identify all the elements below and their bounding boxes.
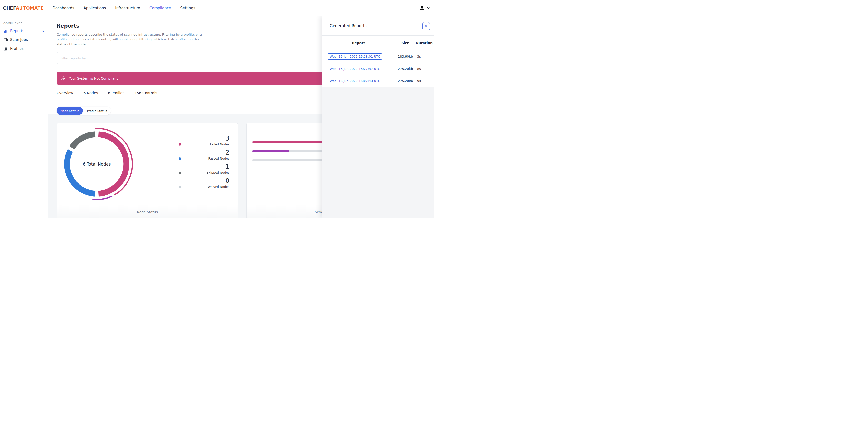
radar-icon	[3, 37, 8, 42]
tab-profiles[interactable]: 6 Profiles	[108, 91, 124, 98]
table-header-row: Report Size Duration	[322, 36, 434, 50]
nav-item-compliance[interactable]: Compliance	[150, 6, 171, 10]
report-size: 275.20kb	[395, 67, 416, 70]
skipped-count: 1	[178, 164, 229, 170]
warning-icon	[61, 76, 66, 80]
sidebar-item-label: Reports	[10, 29, 24, 33]
column-duration: Duration	[416, 41, 434, 45]
page-title: Reports	[57, 23, 327, 29]
nav-item-infrastructure[interactable]: Infrastructure	[115, 6, 140, 10]
panel-header: Generated Reports ✕	[322, 16, 434, 36]
sidebar-item-reports[interactable]: Reports ▶	[0, 27, 48, 35]
failed-label: Failed Nodes	[210, 143, 229, 146]
report-duration: 3s	[416, 55, 434, 58]
waived-count: 0	[178, 178, 229, 184]
nav-item-applications[interactable]: Applications	[84, 6, 106, 10]
failed-dot-icon	[179, 143, 181, 146]
report-size: 183.60kb	[395, 55, 416, 58]
generated-reports-table: Report Size Duration Wed, 15 Jun 2022 15…	[322, 36, 434, 87]
sidebar-item-label: Profiles	[10, 46, 23, 51]
passed-label: Passed Nodes	[209, 156, 229, 160]
top-navigation: CHEFAUTOMATE Dashboards Applications Inf…	[0, 0, 434, 16]
panel-title: Generated Reports	[330, 23, 367, 28]
profile-status-toggle[interactable]: Profile Status	[83, 107, 111, 115]
node-status-toggle[interactable]: Node Status	[57, 107, 83, 115]
column-size: Size	[395, 41, 416, 45]
generated-reports-panel: Generated Reports ✕ Report Size Duration…	[322, 16, 434, 218]
user-icon	[419, 5, 425, 11]
report-link[interactable]: Wed, 15 Jun 2022 15:27:37 UTC	[330, 67, 380, 70]
report-link[interactable]: Wed, 15 Jun 2022 15:07:43 UTC	[330, 79, 380, 83]
chevron-down-icon	[427, 7, 430, 9]
waived-label: Waived Nodes	[208, 185, 229, 188]
node-status-legend: 3 Failed Nodes 2 Passed Nodes 1 Skipped …	[178, 135, 229, 188]
report-tabs: Overview 6 Nodes 6 Profiles 156 Controls	[57, 91, 327, 98]
report-duration: 9s	[416, 79, 434, 83]
close-icon: ✕	[425, 24, 427, 28]
passed-count: 2	[178, 149, 229, 156]
donut-center-label: 6 Total Nodes	[60, 127, 133, 201]
sidebar: COMPLIANCE Reports ▶ Scan Jobs Profiles	[0, 16, 48, 218]
filter-input[interactable]	[61, 56, 322, 60]
documents-icon	[3, 46, 8, 51]
compliance-banner: Your System is Not Compliant	[57, 72, 327, 85]
report-duration: 8s	[416, 67, 434, 70]
node-status-card-footer: Node Status	[57, 205, 238, 218]
focused-link-ring: Wed, 15 Jun 2022 15:28:01 UTC	[328, 53, 382, 60]
tab-nodes[interactable]: 6 Nodes	[83, 91, 98, 98]
column-report: Report	[322, 41, 395, 45]
brand-chef: CHEF	[3, 5, 16, 10]
filter-bar	[57, 52, 327, 64]
brand-automate: AUTOMATE	[16, 5, 44, 10]
skipped-label: Skipped Nodes	[207, 171, 229, 174]
nav-item-dashboards[interactable]: Dashboards	[53, 6, 74, 10]
user-menu[interactable]	[419, 0, 430, 16]
table-row: Wed, 15 Jun 2022 15:28:01 UTC 183.60kb 3…	[322, 50, 434, 62]
legend-skipped: 1 Skipped Nodes	[178, 164, 229, 174]
report-link[interactable]: Wed, 15 Jun 2022 15:28:01 UTC	[330, 55, 380, 58]
table-row: Wed, 15 Jun 2022 15:07:43 UTC 275.20kb 9…	[322, 75, 434, 87]
failed-count: 3	[178, 135, 229, 142]
expand-arrow-icon[interactable]: ▶	[43, 30, 44, 32]
passed-dot-icon	[179, 157, 181, 160]
node-status-card: 6 Total Nodes 3 Failed Nodes 2 Passed No…	[57, 123, 238, 218]
brand-logo[interactable]: CHEFAUTOMATE	[3, 5, 44, 10]
tab-overview[interactable]: Overview	[57, 91, 73, 98]
legend-failed: 3 Failed Nodes	[178, 135, 229, 146]
sidebar-item-scan-jobs[interactable]: Scan Jobs	[0, 35, 48, 44]
nav-item-settings[interactable]: Settings	[180, 6, 195, 10]
node-status-donut-chart: 6 Total Nodes	[60, 127, 133, 201]
legend-passed: 2 Passed Nodes	[178, 149, 229, 160]
sidebar-item-profiles[interactable]: Profiles	[0, 44, 48, 53]
banner-message: Your System is Not Compliant	[69, 76, 118, 80]
reports-content: Reports Compliance reports describe the …	[57, 16, 327, 98]
sidebar-section-label: COMPLIANCE	[3, 22, 48, 25]
app-root: CHEFAUTOMATE Dashboards Applications Inf…	[0, 0, 434, 218]
skipped-dot-icon	[179, 172, 181, 174]
sidebar-item-label: Scan Jobs	[10, 37, 28, 42]
waived-dot-icon	[179, 186, 181, 188]
close-button[interactable]: ✕	[422, 22, 430, 30]
table-row: Wed, 15 Jun 2022 15:27:37 UTC 275.20kb 8…	[322, 62, 434, 75]
status-toggle: Node Status Profile Status	[57, 107, 111, 115]
bar-chart-icon	[3, 29, 8, 33]
legend-waived: 0 Waived Nodes	[178, 178, 229, 188]
tab-controls[interactable]: 156 Controls	[134, 91, 157, 98]
page-description: Compliance reports describe the status o…	[57, 32, 208, 47]
report-size: 275.20kb	[395, 79, 416, 83]
nav-items: Dashboards Applications Infrastructure C…	[53, 6, 195, 10]
